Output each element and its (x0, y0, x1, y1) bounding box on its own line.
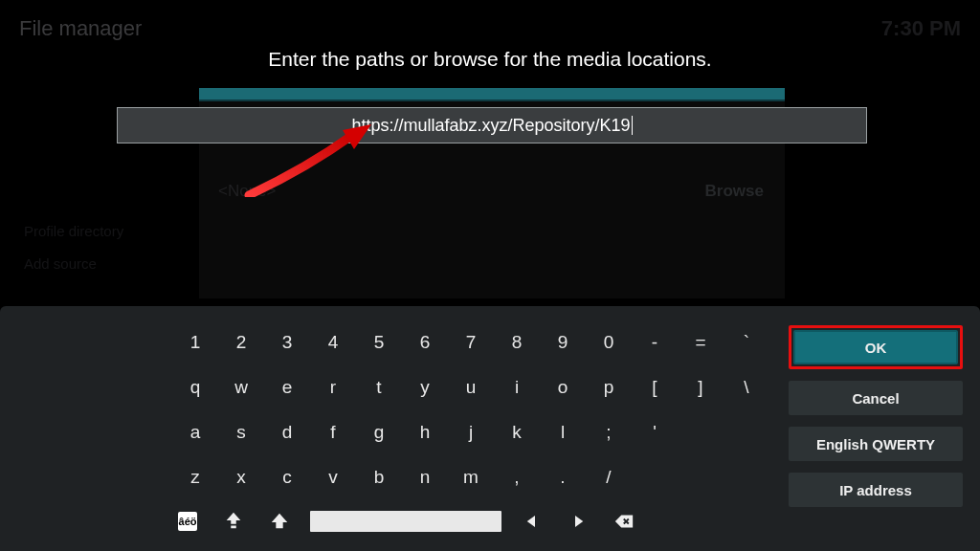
key-.[interactable]: . (540, 457, 586, 497)
key-m[interactable]: m (448, 457, 494, 497)
key-j[interactable]: j (448, 412, 494, 452)
shift-key[interactable] (258, 502, 301, 540)
key-6[interactable]: 6 (402, 322, 448, 363)
key-b[interactable]: b (356, 457, 402, 497)
key-4[interactable]: 4 (310, 322, 356, 363)
ok-button[interactable]: OK (793, 330, 958, 364)
key-r[interactable]: r (310, 367, 356, 408)
key-`[interactable]: ` (724, 322, 769, 363)
key-7[interactable]: 7 (448, 322, 494, 363)
sidebar-item: Profile directory (24, 215, 123, 248)
ok-highlight: OK (789, 325, 963, 369)
backspace-key[interactable] (603, 502, 645, 540)
key-f[interactable]: f (310, 412, 356, 452)
key-z[interactable]: z (172, 457, 218, 497)
key-e[interactable]: e (264, 367, 310, 408)
key-u[interactable]: u (448, 367, 494, 408)
ip-address-button[interactable]: IP address (789, 473, 963, 507)
key-0[interactable]: 0 (586, 322, 632, 363)
key-d[interactable]: d (264, 412, 310, 452)
key-,[interactable]: , (494, 457, 540, 497)
path-input-value: https://mullafabz.xyz/Repository/K19 (351, 116, 630, 136)
key-l[interactable]: l (540, 412, 586, 452)
key-c[interactable]: c (264, 457, 310, 497)
key-t[interactable]: t (356, 367, 402, 408)
key--[interactable]: - (632, 322, 678, 363)
key-w[interactable]: w (218, 367, 264, 408)
key-3[interactable]: 3 (264, 322, 310, 363)
source-name-placeholder: <None> (218, 182, 277, 201)
keyboard-layout-button[interactable]: English QWERTY (789, 427, 963, 461)
onscreen-keyboard: 1234567890-=` qwertyuiop[]\ asdfghjkl;' … (0, 306, 980, 551)
dialog-prompt: Enter the paths or browse for the media … (268, 48, 711, 71)
key-v[interactable]: v (310, 457, 356, 497)
path-input[interactable]: https://mullafabz.xyz/Repository/K19 (117, 107, 867, 143)
key-8[interactable]: 8 (494, 322, 540, 363)
key-p[interactable]: p (586, 367, 632, 408)
cancel-button[interactable]: Cancel (789, 381, 963, 415)
key-a[interactable]: a (172, 412, 218, 452)
key-k[interactable]: k (494, 412, 540, 452)
key-1[interactable]: 1 (172, 322, 218, 363)
background-sidebar: Profile directory Add source (24, 215, 123, 280)
space-key[interactable] (310, 511, 501, 532)
browse-button[interactable]: Browse (705, 182, 764, 201)
key-\[interactable]: \ (724, 367, 769, 408)
key-5[interactable]: 5 (356, 322, 402, 363)
key-x[interactable]: x (218, 457, 264, 497)
key-2[interactable]: 2 (218, 322, 264, 363)
key-'[interactable]: ' (632, 412, 678, 452)
accent-key[interactable]: âéö (167, 502, 209, 540)
key-y[interactable]: y (402, 367, 448, 408)
key-/[interactable]: / (586, 457, 632, 497)
cursor-right-key[interactable] (557, 502, 599, 540)
key-o[interactable]: o (540, 367, 586, 408)
key-i[interactable]: i (494, 367, 540, 408)
key-;[interactable]: ; (586, 412, 632, 452)
caps-lock-key[interactable] (212, 502, 255, 540)
key-n[interactable]: n (402, 457, 448, 497)
key-[[interactable]: [ (632, 367, 678, 408)
key-h[interactable]: h (402, 412, 448, 452)
key-][interactable]: ] (678, 367, 724, 408)
cursor-left-key[interactable] (511, 502, 553, 540)
sidebar-item: Add source (24, 248, 123, 280)
key-=[interactable]: = (678, 322, 724, 363)
key-9[interactable]: 9 (540, 322, 586, 363)
source-row: <None> Browse (218, 182, 764, 201)
key-g[interactable]: g (356, 412, 402, 452)
key-s[interactable]: s (218, 412, 264, 452)
key-q[interactable]: q (172, 367, 218, 408)
